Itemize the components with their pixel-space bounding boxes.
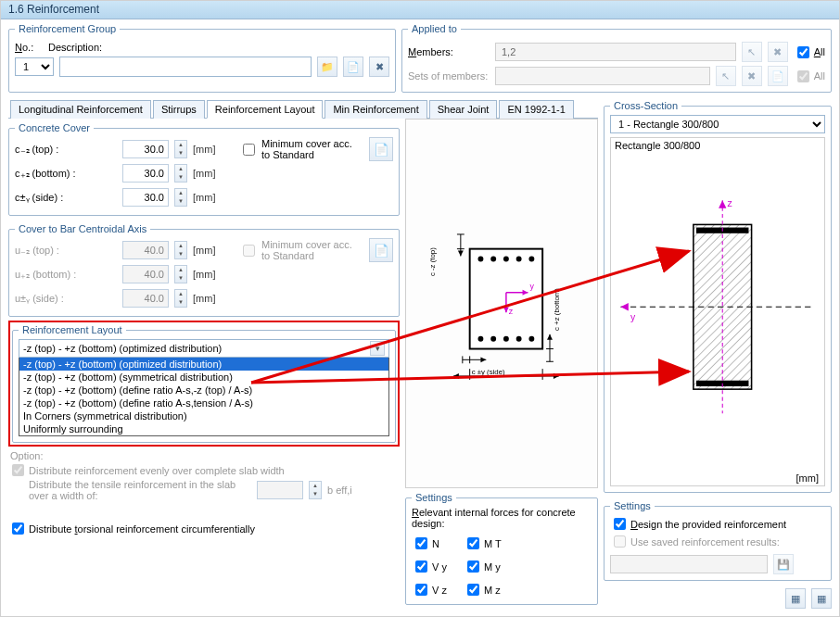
force-vy-checkbox[interactable] (415, 560, 427, 573)
concrete-cover-info-button[interactable]: 📄 (369, 137, 393, 161)
svg-marker-42 (620, 303, 628, 310)
tab-shear-joint[interactable]: Shear Joint (429, 100, 498, 119)
tab-longitudinal[interactable]: Longitudinal Reinforcement (10, 100, 151, 119)
rl-option-4[interactable]: In Corners (symmetrical distribution) (19, 409, 388, 422)
svg-point-5 (528, 256, 534, 261)
rl-option-5[interactable]: Uniformly surrounding (19, 422, 388, 435)
all-label-sets: All (814, 70, 825, 82)
members-all-checkbox[interactable] (797, 46, 809, 58)
sets-all-checkbox (797, 70, 809, 82)
min-cover-label-cb: Minimum cover acc. to Standard (261, 239, 363, 261)
open-folder-button[interactable]: 📁 (317, 57, 337, 77)
min-cover-checkbox-cc[interactable] (243, 144, 255, 156)
no-label: NNo.:o.: (15, 42, 43, 53)
force-mt-checkbox[interactable] (467, 537, 479, 549)
rl-option-0[interactable]: -z (top) - +z (bottom) (optimized distri… (19, 358, 388, 371)
window-title: 1.6 Reinforcement (1, 1, 839, 19)
svg-marker-20 (458, 251, 464, 257)
rl-option-3[interactable]: -z (top) - +z (bottom) (define ratio A-s… (19, 397, 388, 409)
force-mz-label: M z (484, 585, 501, 596)
copy-button[interactable]: 📄 (343, 57, 363, 77)
cross-section-select[interactable]: 1 - Rectangle 300/800 (610, 115, 825, 133)
reinforcement-layout-select[interactable]: -z (top) - +z (bottom) (optimized distri… (19, 339, 389, 358)
cz-top-spinner[interactable]: ▲▼ (174, 140, 187, 158)
description-input[interactable] (59, 57, 312, 77)
svg-point-7 (490, 336, 496, 342)
cz-top-input[interactable] (122, 140, 169, 158)
svg-point-4 (516, 256, 522, 261)
cz-top-label: c₋₂ (top) : (15, 144, 117, 156)
tab-reinforcement-layout[interactable]: Reinforcement Layout (207, 100, 324, 119)
cz-bottom-spinner[interactable]: ▲▼ (174, 164, 187, 183)
cy-side-spinner[interactable]: ▲▼ (174, 188, 187, 207)
force-n-checkbox[interactable] (415, 537, 427, 549)
svg-marker-33 (453, 373, 459, 379)
cz-bottom-label: c₊₂ (bottom) : (15, 168, 117, 180)
cy-side-label: c±ᵧ (side) : (15, 192, 117, 204)
tab-stirrups[interactable]: Stirrups (153, 100, 205, 119)
concrete-cover-legend: Concrete Cover (15, 122, 94, 133)
force-n-label: N (432, 538, 439, 549)
force-vz-label: V z (432, 585, 447, 596)
cross-section-legend: Cross-Section (610, 100, 681, 111)
cover-bar-group: Cover to Bar Centroidal Axis u₋₂ (top) :… (8, 223, 400, 317)
dist-tensile-input (257, 481, 303, 499)
svg-marker-30 (480, 357, 486, 362)
all-label-members: All (814, 46, 825, 57)
design-provided-label: Design the provided reinforcement (630, 519, 786, 530)
svg-point-2 (490, 256, 496, 261)
tab-strip: Longitudinal Reinforcement Stirrups Rein… (8, 100, 598, 119)
force-vz-checkbox[interactable] (415, 584, 427, 596)
delete-button[interactable]: ✖ (369, 57, 389, 77)
option-label: Option: (10, 450, 400, 461)
no-combo[interactable]: 1 (15, 57, 54, 76)
reinforcement-group-group: Reinforcement Group NNo.:o.: Description… (8, 23, 396, 93)
force-mt-label: M T (484, 538, 502, 549)
rl-option-1[interactable]: -z (top) - +z (bottom) (symmetrical dist… (19, 371, 388, 384)
members-input (495, 43, 736, 61)
pick-sets-button: ↖ (716, 66, 736, 86)
cz-bottom-input[interactable] (122, 164, 169, 183)
applied-to-legend: Applied to (408, 23, 461, 34)
settings-forces-desc: Relevant internal forces for concrete de… (412, 507, 592, 529)
saved-results-select (610, 555, 768, 573)
description-label: Description: (48, 42, 102, 53)
torsional-checkbox[interactable] (12, 523, 24, 535)
saved-results-browse-button: 💾 (773, 554, 794, 574)
svg-marker-34 (554, 373, 559, 379)
uz-top-input (122, 241, 169, 259)
clear-sets-button: ✖ (742, 66, 762, 86)
uy-side-unit: [mm] (193, 293, 224, 304)
force-my-checkbox[interactable] (467, 560, 479, 573)
uz-top-label: u₋₂ (top) : (15, 245, 117, 257)
reinforcement-layout-dropdown-list[interactable]: -z (top) - +z (bottom) (optimized distri… (19, 358, 389, 436)
cs-title: Rectangle 300/800 (615, 140, 700, 151)
new-set-button: 📄 (768, 66, 788, 86)
cz-bottom-unit: [mm] (193, 168, 224, 179)
tab-en1992[interactable]: EN 1992-1-1 (499, 100, 573, 119)
torsional-label: Distribute torsional reinforcement circu… (29, 523, 255, 535)
rl-option-2[interactable]: -z (top) - +z (bottom) (define ratio A-s… (19, 384, 388, 397)
tab-min-reinforcement[interactable]: Min Reinforcement (325, 100, 426, 119)
svg-point-6 (477, 336, 483, 342)
reinforcement-layout-selected: -z (top) - +z (bottom) (optimized distri… (23, 343, 222, 354)
chevron-down-icon: ▾ (370, 341, 385, 356)
cy-side-input[interactable] (122, 188, 169, 207)
cross-section-preview: Rectangle 300/800 (610, 137, 825, 486)
footer-button-1[interactable]: ▦ (785, 588, 806, 609)
footer-button-2[interactable]: ▦ (811, 588, 832, 609)
force-vy-label: V y (432, 561, 447, 573)
dist-slab-label: Distribute reinforcement evenly over com… (29, 465, 285, 476)
uz-bottom-spinner: ▲▼ (174, 265, 187, 283)
beff-label: b eff,i (327, 485, 352, 496)
force-my-label: M y (484, 561, 501, 573)
uz-top-spinner: ▲▼ (174, 241, 187, 259)
svg-text:c ±y (side): c ±y (side) (472, 368, 505, 376)
cover-bar-info-button[interactable]: 📄 (369, 238, 393, 262)
force-mz-checkbox[interactable] (467, 584, 479, 596)
concrete-cover-group: Concrete Cover c₋₂ (top) : ▲▼ [mm] Minim… (8, 122, 400, 216)
reinforcement-layout-legend: Reinforcement Layout (19, 324, 126, 335)
uy-side-input (122, 289, 169, 308)
design-provided-checkbox[interactable] (614, 518, 626, 530)
settings-right-group: Settings Design the provided reinforceme… (604, 500, 832, 581)
